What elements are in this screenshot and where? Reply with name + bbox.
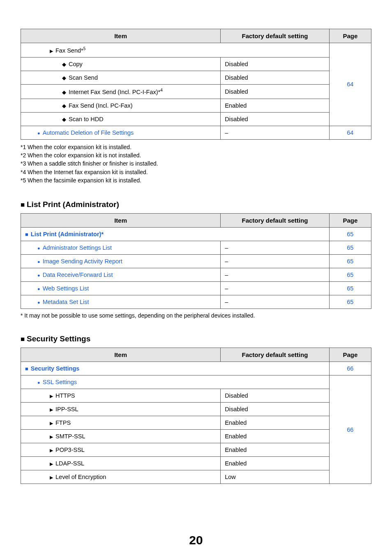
item-label: Internet Fax Send (Incl. PC-I-Fax)*4 — [25, 89, 163, 95]
ssl-settings-link[interactable]: SSL Settings — [25, 379, 77, 385]
footnote: * It may not be possible to use some set… — [21, 312, 371, 319]
page-number: 20 — [21, 533, 371, 547]
table-row: List Print (Administrator)* 65 — [21, 228, 371, 241]
item-value: Disabled — [221, 84, 329, 99]
table-row: Image Sending Activity Report – 65 — [21, 255, 371, 268]
fax-send-label: Fax Send*5 — [25, 47, 85, 54]
item-label: FTPS — [25, 419, 71, 426]
footnote: *5 When the facsimile expansion kit is i… — [21, 176, 371, 184]
table-row: SSL Settings 66 — [21, 375, 371, 389]
table-row: Administrator Settings List – 65 — [21, 241, 371, 255]
th-item: Item — [21, 214, 221, 228]
footnote: *4 When the Internet fax expansion kit i… — [21, 168, 371, 176]
th-setting: Factory default setting — [221, 348, 329, 362]
table-row: Fax Send (Incl. PC-Fax) Enabled — [21, 99, 371, 112]
item-label: HTTPS — [25, 392, 75, 399]
item-link[interactable]: Image Sending Activity Report — [25, 258, 122, 265]
th-item: Item — [21, 348, 221, 362]
footnote: *1 When the color expansion kit is insta… — [21, 143, 371, 151]
item-label: Scan to HDD — [25, 116, 104, 122]
table-row: Scan Send Disabled — [21, 71, 371, 84]
section-heading-security: Security Settings — [21, 334, 371, 343]
th-page: Page — [329, 29, 371, 43]
page-ref[interactable]: 65 — [329, 282, 371, 295]
item-value: Enabled — [221, 416, 329, 430]
item-value: – — [221, 268, 329, 282]
th-page: Page — [329, 348, 371, 362]
item-value: Disabled — [221, 403, 329, 416]
page-ref[interactable]: 66 — [329, 362, 371, 375]
item-label: LDAP-SSL — [25, 460, 84, 467]
table-row: Web Settings List – 65 — [21, 282, 371, 295]
table-row: Copy Disabled — [21, 57, 371, 71]
table-row: Security Settings 66 — [21, 362, 371, 375]
table-row: Automatic Deletion of File Settings – 64 — [21, 126, 371, 139]
item-value: Disabled — [221, 389, 329, 403]
table-row: Fax Send*5 64 — [21, 43, 371, 58]
list-print-admin-link[interactable]: List Print (Administrator)* — [25, 231, 104, 237]
item-value: Disabled — [221, 57, 329, 71]
item-link[interactable]: Data Receive/Forward List — [25, 272, 113, 278]
item-label: Level of Encryption — [25, 474, 106, 480]
item-value: Enabled — [221, 443, 329, 457]
item-label: Copy — [25, 61, 83, 67]
auto-deletion-link[interactable]: Automatic Deletion of File Settings — [25, 129, 134, 136]
th-setting: Factory default setting — [221, 214, 329, 228]
item-link[interactable]: Web Settings List — [25, 285, 89, 292]
page-ref[interactable]: 65 — [329, 228, 371, 241]
item-value: Enabled — [221, 457, 329, 470]
table-list-print: Item Factory default setting Page List P… — [21, 213, 371, 309]
item-link[interactable]: Metadata Set List — [25, 299, 89, 305]
item-value: – — [221, 295, 329, 309]
item-value: Disabled — [221, 71, 329, 84]
table-row: FTPS Enabled — [21, 416, 371, 430]
table-row: LDAP-SSL Enabled — [21, 457, 371, 470]
item-label: Fax Send (Incl. PC-Fax) — [25, 102, 133, 109]
page-ref[interactable]: 64 — [329, 126, 371, 139]
footnote: *2 When the color expansion kit is not i… — [21, 151, 371, 159]
item-value: – — [221, 282, 329, 295]
item-value: – — [221, 241, 329, 255]
footnote: *3 When a saddle stitch finisher or fini… — [21, 159, 371, 168]
page-ref[interactable]: 65 — [329, 268, 371, 282]
footnotes-block: *1 When the color expansion kit is insta… — [21, 143, 371, 184]
table-row: Internet Fax Send (Incl. PC-I-Fax)*4 Dis… — [21, 84, 371, 99]
item-label: POP3-SSL — [25, 447, 85, 453]
table-row: Metadata Set List – 65 — [21, 295, 371, 309]
item-label: IPP-SSL — [25, 406, 78, 412]
item-value: – — [221, 126, 329, 139]
security-settings-link[interactable]: Security Settings — [25, 365, 79, 372]
item-value: Enabled — [221, 430, 329, 443]
item-link[interactable]: Administrator Settings List — [25, 244, 112, 251]
table-row: Level of Encryption Low — [21, 470, 371, 484]
item-value: Enabled — [221, 99, 329, 112]
table-fax-send: Item Factory default setting Page Fax Se… — [21, 29, 371, 140]
page-ref[interactable]: 65 — [329, 295, 371, 309]
item-value: Disabled — [221, 112, 329, 126]
th-setting: Factory default setting — [221, 29, 329, 43]
item-value: – — [221, 255, 329, 268]
table-row: POP3-SSL Enabled — [21, 443, 371, 457]
table-security: Item Factory default setting Page Securi… — [21, 348, 371, 484]
table-row: Scan to HDD Disabled — [21, 112, 371, 126]
item-label: Scan Send — [25, 74, 98, 81]
table-row: HTTPS Disabled — [21, 389, 371, 403]
th-item: Item — [21, 29, 221, 43]
table-row: SMTP-SSL Enabled — [21, 430, 371, 443]
table-row: Data Receive/Forward List – 65 — [21, 268, 371, 282]
section-heading-list-print: List Print (Administrator) — [21, 200, 371, 209]
page-ref[interactable]: 64 — [329, 43, 371, 126]
th-page: Page — [329, 214, 371, 228]
item-value: Low — [221, 470, 329, 484]
item-label: SMTP-SSL — [25, 433, 85, 440]
page-ref[interactable]: 65 — [329, 241, 371, 255]
table-row: IPP-SSL Disabled — [21, 403, 371, 416]
page-ref[interactable]: 65 — [329, 255, 371, 268]
page-ref[interactable]: 66 — [329, 375, 371, 484]
